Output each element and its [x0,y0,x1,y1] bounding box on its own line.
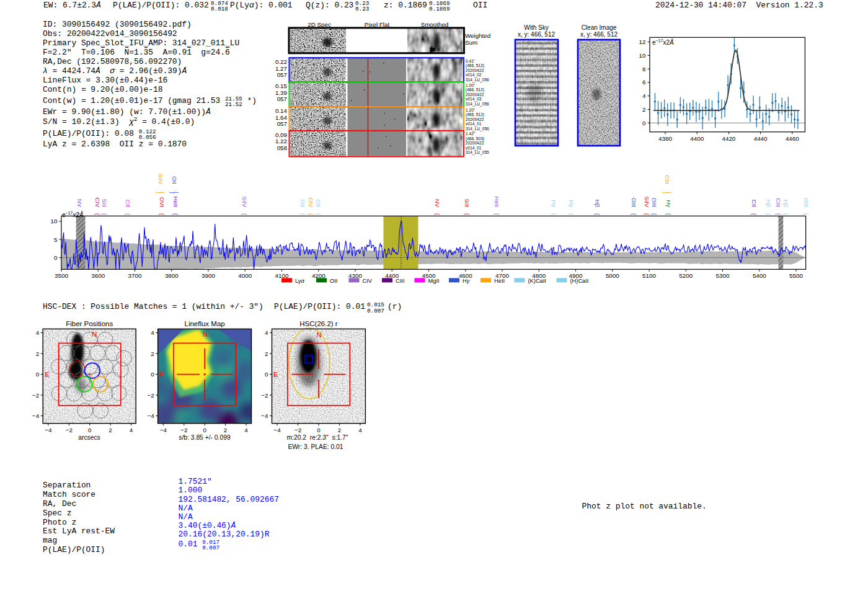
svg-text:{: { [803,213,809,215]
svg-text:−2: −2 [66,427,73,433]
svg-text:{: { [651,213,657,215]
svg-text:N: N [203,331,208,338]
svg-text:SiIV: SiIV [644,197,650,208]
svg-text:Hβ: Hβ [594,200,601,208]
svg-text:10: 10 [50,218,57,224]
svg-text:{: { [173,192,179,193]
svg-text:{: { [782,213,789,215]
svg-text:Hβ: Hβ [765,200,772,208]
svg-text:Pixel Flat: Pixel Flat [365,21,390,28]
svg-text:5: 5 [54,236,58,243]
svg-text:314_LU_056: 314_LU_056 [466,127,489,131]
svg-text:0: 0 [151,371,154,378]
svg-text:{: { [775,213,781,215]
svg-text:2: 2 [224,427,227,433]
svg-text:SiII: SiII [464,198,471,207]
svg-text:4: 4 [265,329,268,336]
svg-text:4440: 4440 [754,135,768,142]
svg-text:OVI: OVI [159,197,166,207]
svg-text:0.22: 0.22 [275,58,287,65]
svg-text:CIII: CIII [396,278,404,284]
svg-text:N: N [92,331,97,338]
svg-text:1.20": 1.20" [466,108,476,112]
svg-text:{: { [434,213,440,215]
svg-text:2: 2 [338,427,341,433]
svg-text:2: 2 [642,106,645,113]
svg-text:{: { [101,213,107,215]
svg-text:{: { [315,213,321,215]
svg-text:057: 057 [277,96,287,102]
svg-text:HeII: HeII [494,278,505,284]
svg-text:057: 057 [277,71,287,78]
svg-text:5500: 5500 [789,272,803,279]
svg-text:{: { [308,213,314,215]
svg-text:20200422: 20200422 [466,117,484,122]
svg-text:1.00": 1.00" [466,83,476,87]
svg-text:(K)CaII: (K)CaII [528,278,546,284]
svg-text:{: { [94,213,100,215]
svg-text:−4: −4 [147,412,154,419]
svg-text:CIV: CIV [363,278,373,284]
svg-text:3500: 3500 [55,272,68,279]
svg-text:314_LU_056: 314_LU_056 [466,78,489,82]
svg-text:With Sky: With Sky [524,24,548,31]
svg-text:{: { [159,213,165,215]
svg-text:5200: 5200 [679,272,693,279]
svg-text:m:20.2 re:2.3" s:1.7": m:20.2 re:2.3" s:1.7" [287,434,348,441]
svg-text:{: { [665,213,671,215]
svg-text:{: { [751,213,757,215]
svg-text:−2: −2 [147,392,154,399]
svg-text:20200422: 20200422 [466,68,484,73]
svg-text:SiII: SiII [101,198,108,207]
svg-text:Hγ: Hγ [551,200,557,207]
svg-text:314_LU_055: 314_LU_055 [466,150,489,155]
svg-text:10: 10 [639,52,646,59]
svg-text:N: N [317,331,322,339]
svg-text:{: { [594,213,600,215]
svg-text:0: 0 [642,120,646,127]
svg-text:OII: OII [330,278,337,284]
svg-text:0.09: 0.09 [275,131,287,138]
svg-text:6: 6 [642,79,646,86]
svg-text:CIV: CIV [308,197,314,208]
svg-text:−2: −2 [32,392,39,399]
svg-text:MgII: MgII [428,278,440,284]
svg-text:Hγ: Hγ [568,200,575,207]
svg-text:{: { [159,192,166,193]
svg-text:E: E [159,371,164,378]
svg-text:OIII: OIII [651,198,658,207]
svg-text:4: 4 [36,329,40,336]
svg-text:x, y: 466, 512: x, y: 466, 512 [580,31,618,38]
svg-text:{: { [568,213,574,215]
svg-text:057: 057 [277,120,287,127]
svg-text:Smoothed: Smoothed [421,21,449,28]
svg-text:HeII: HeII [172,197,179,207]
svg-text:0.14: 0.14 [275,107,288,114]
svg-text:−2: −2 [180,427,187,433]
svg-text:−4: −4 [32,412,40,419]
svg-text:Hβ: Hβ [782,200,789,208]
svg-text:2D Spec: 2D Spec [308,21,331,28]
svg-text:OII: OII [299,199,306,207]
svg-text:CII: CII [125,200,131,207]
svg-text:0: 0 [265,371,268,378]
svg-text:+: + [87,370,92,379]
svg-text:3600: 3600 [91,272,105,279]
svg-text:5400: 5400 [753,272,766,279]
svg-text:12: 12 [639,38,646,45]
svg-text:4: 4 [151,329,154,336]
svg-text:5000: 5000 [606,272,619,279]
svg-text:−2: −2 [261,392,268,399]
svg-text:1.27: 1.27 [275,65,287,72]
svg-text:1.22: 1.22 [275,138,287,144]
svg-text:20200422: 20200422 [466,141,484,145]
svg-text:3900: 3900 [202,272,215,279]
svg-text:2: 2 [36,350,39,357]
svg-text:1.64: 1.64 [275,114,288,121]
svg-text:CII: CII [751,200,758,207]
svg-text:{: { [666,192,672,193]
svg-text:{: { [494,213,500,215]
svg-text:4400: 4400 [690,135,704,142]
svg-text:e−17x2Å: e−17x2Å [652,38,674,46]
svg-text:−4: −4 [160,427,167,433]
